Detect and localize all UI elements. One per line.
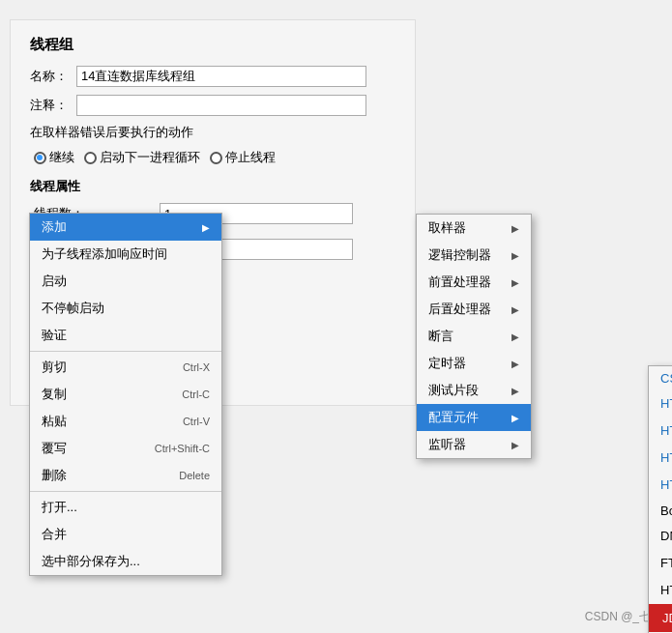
menu-item-start-no-pause[interactable]: 不停帧启动 <box>30 295 221 322</box>
submenu-test-fragment-arrow: ▶ <box>511 386 519 396</box>
radio-next-loop-label: 启动下一进程循环 <box>100 149 200 166</box>
submenu-pre-processor[interactable]: 前置处理器 ▶ <box>417 269 531 296</box>
submenu-listener[interactable]: 监听器 ▶ <box>417 431 531 458</box>
submenu-config-element-label: 配置元件 <box>428 409 479 426</box>
menu-item-paste-label: 粘贴 <box>42 413 67 430</box>
note-input[interactable] <box>76 95 366 116</box>
radio-stop-thread-circle <box>210 152 222 164</box>
menu-item-delete-shortcut: Delete <box>179 470 210 481</box>
thread-props-title: 线程属性 <box>30 178 395 195</box>
menu-item-add[interactable]: 添加 ▶ <box>30 214 221 241</box>
submenu-post-processor-arrow: ▶ <box>511 304 519 315</box>
error-action-label: 在取样器错误后要执行的动作 <box>30 124 395 141</box>
name-input[interactable] <box>76 66 366 87</box>
submenu-assertion-arrow: ▶ <box>511 331 519 342</box>
submenu-listener-arrow: ▶ <box>511 440 519 450</box>
radio-group: 继续 启动下一进程循环 停止线程 <box>34 149 395 166</box>
radio-next-loop-circle <box>84 152 97 164</box>
submenu-assertion[interactable]: 断言 ▶ <box>417 323 531 350</box>
submenu-post-processor-label: 后置处理器 <box>428 301 491 318</box>
radio-continue-circle <box>34 152 46 164</box>
menu-item-cut-shortcut: Ctrl-X <box>183 361 210 373</box>
config-element-submenu: CSV Data Set Config HTTP信息头管理器 HTTP Cook… <box>648 365 672 633</box>
submenu-test-fragment[interactable]: 测试片段 ▶ <box>417 377 531 404</box>
submenu-config-element-arrow: ▶ <box>511 413 519 423</box>
menu-item-validate[interactable]: 验证 <box>30 322 221 349</box>
menu-item-merge[interactable]: 合并 <box>30 521 221 548</box>
menu-item-start[interactable]: 启动 <box>30 268 221 295</box>
radio-continue-label: 继续 <box>49 149 74 166</box>
submenu-timer-label: 定时器 <box>428 355 466 372</box>
menu-item-copy[interactable]: 复制 Ctrl-C <box>30 381 221 408</box>
submenu-pre-processor-label: 前置处理器 <box>428 273 491 291</box>
submenu-listener-label: 监听器 <box>428 436 466 453</box>
menu-item-open-label: 打开... <box>42 499 77 516</box>
menu-item-start-no-pause-label: 不停帧启动 <box>42 300 104 317</box>
submenu-logic-controller[interactable]: 逻辑控制器 ▶ <box>417 242 531 269</box>
radio-next-loop[interactable]: 启动下一进程循环 <box>84 149 200 166</box>
menu-item-merge-label: 合并 <box>42 526 67 543</box>
menu-item-save-selection-label: 选中部分保存为... <box>42 553 140 570</box>
submenu-logic-controller-arrow: ▶ <box>511 250 519 261</box>
menu-item-cut[interactable]: 剪切 Ctrl-X <box>30 354 221 381</box>
panel-title: 线程组 <box>30 36 395 54</box>
menu-item-paste[interactable]: 粘贴 Ctrl-V <box>30 408 221 435</box>
config-http-cache-manager[interactable]: HTTP缓存管理器 <box>649 445 672 472</box>
menu-item-paste-shortcut: Ctrl-V <box>183 416 210 427</box>
menu-item-save-selection[interactable]: 选中部分保存为... <box>30 548 221 575</box>
config-http-header-manager[interactable]: HTTP信息头管理器 <box>649 390 672 417</box>
submenu-sampler-arrow: ▶ <box>511 223 519 234</box>
menu-item-cut-label: 剪切 <box>42 359 67 376</box>
submenu-config-element[interactable]: 配置元件 ▶ <box>417 404 531 431</box>
submenu-post-processor[interactable]: 后置处理器 ▶ <box>417 296 531 323</box>
radio-stop-thread-label: 停止线程 <box>225 149 276 166</box>
menu-item-overwrite-label: 覆写 <box>42 440 67 457</box>
menu-item-validate-label: 验证 <box>42 327 67 344</box>
config-http-request-defaults[interactable]: HTTP请求默认值 <box>649 472 672 499</box>
separator-1 <box>30 351 221 352</box>
config-bolt-connection[interactable]: Bolt Connection Configuration <box>649 499 672 523</box>
submenu-logic-controller-label: 逻辑控制器 <box>428 246 491 264</box>
config-ftp-defaults[interactable]: FTP默认请求 <box>649 550 672 577</box>
menu-item-copy-label: 复制 <box>42 386 67 403</box>
menu-item-add-response-time-label: 为子线程添加响应时间 <box>42 245 167 263</box>
submenu-pre-processor-arrow: ▶ <box>511 277 519 288</box>
menu-item-open[interactable]: 打开... <box>30 494 221 521</box>
note-row: 注释： <box>30 95 395 116</box>
separator-2 <box>30 491 221 492</box>
config-http-cookie-manager[interactable]: HTTP Cookie管理器 <box>649 417 672 445</box>
name-label: 名称： <box>30 68 76 85</box>
note-label: 注释： <box>30 97 76 114</box>
name-row: 名称： <box>30 66 395 87</box>
submenu-assertion-label: 断言 <box>428 328 453 345</box>
menu-item-delete-label: 删除 <box>42 467 67 484</box>
submenu-timer-arrow: ▶ <box>511 359 519 369</box>
menu-item-overwrite[interactable]: 覆写 Ctrl+Shift-C <box>30 435 221 462</box>
menu-item-add-label: 添加 <box>42 218 67 236</box>
config-http-auth-manager[interactable]: HTTP授权管理器 <box>649 577 672 604</box>
radio-stop-thread[interactable]: 停止线程 <box>210 149 276 166</box>
menu-item-delete[interactable]: 删除 Delete <box>30 462 221 489</box>
context-menu: 添加 ▶ 为子线程添加响应时间 启动 不停帧启动 验证 剪切 Ctrl-X 复制… <box>29 213 222 576</box>
submenu-test-fragment-label: 测试片段 <box>428 382 479 399</box>
config-jdbc-connection[interactable]: JDBC Connection Configuration <box>649 604 672 632</box>
menu-item-start-label: 启动 <box>42 273 67 290</box>
radio-continue[interactable]: 继续 <box>34 149 74 166</box>
submenu-add: 取样器 ▶ 逻辑控制器 ▶ 前置处理器 ▶ 后置处理器 ▶ 断言 ▶ 定时器 ▶ <box>416 214 532 459</box>
submenu-timer[interactable]: 定时器 ▶ <box>417 350 531 377</box>
menu-arrow-add: ▶ <box>202 222 210 233</box>
menu-item-overwrite-shortcut: Ctrl+Shift-C <box>155 443 210 454</box>
config-csv-data-set[interactable]: CSV Data Set Config <box>649 366 672 390</box>
submenu-sampler[interactable]: 取样器 ▶ <box>417 215 531 242</box>
config-dns-cache-manager[interactable]: DNS缓存管理器 <box>649 523 672 550</box>
submenu-sampler-label: 取样器 <box>428 219 466 237</box>
menu-item-add-response-time[interactable]: 为子线程添加响应时间 <box>30 241 221 268</box>
menu-item-copy-shortcut: Ctrl-C <box>182 388 210 400</box>
